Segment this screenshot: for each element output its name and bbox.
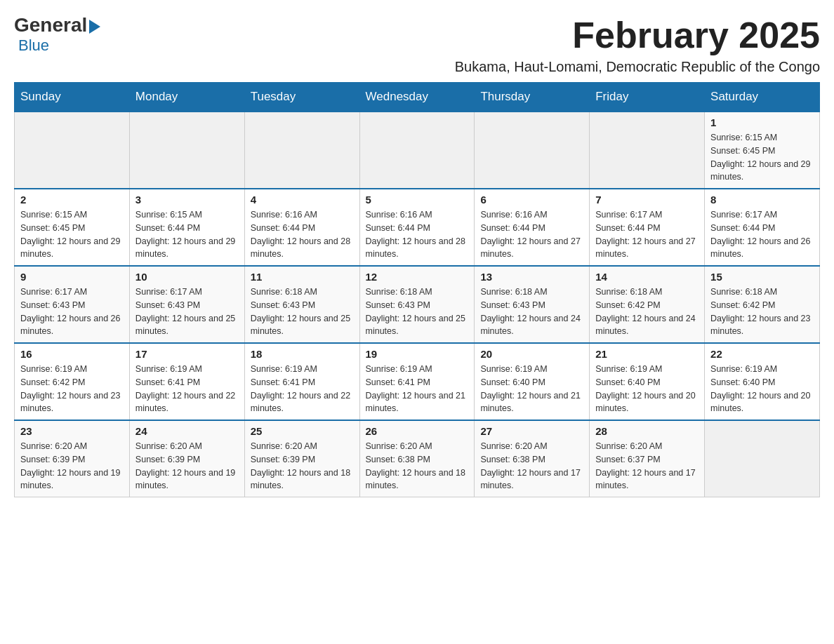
title-section: February 2025 Bukama, Haut-Lomami, Democ… [455,14,820,75]
location-subtitle: Bukama, Haut-Lomami, Democratic Republic… [455,59,820,75]
calendar-cell: 4Sunrise: 6:16 AMSunset: 6:44 PMDaylight… [244,189,359,266]
weekday-header-monday: Monday [129,83,244,112]
calendar-cell: 6Sunrise: 6:16 AMSunset: 6:44 PMDaylight… [475,189,590,266]
day-info: Sunrise: 6:19 AMSunset: 6:41 PMDaylight:… [366,363,469,415]
calendar-cell: 15Sunrise: 6:18 AMSunset: 6:42 PMDayligh… [705,266,820,343]
calendar-cell: 1Sunrise: 6:15 AMSunset: 6:45 PMDaylight… [705,112,820,189]
calendar-cell [129,112,244,189]
day-number: 23 [20,425,124,437]
calendar-cell: 14Sunrise: 6:18 AMSunset: 6:42 PMDayligh… [590,266,705,343]
day-info: Sunrise: 6:16 AMSunset: 6:44 PMDaylight:… [251,208,354,261]
day-info: Sunrise: 6:19 AMSunset: 6:41 PMDaylight:… [251,363,354,415]
calendar-cell: 16Sunrise: 6:19 AMSunset: 6:42 PMDayligh… [15,343,130,420]
calendar-cell: 9Sunrise: 6:17 AMSunset: 6:43 PMDaylight… [15,266,130,343]
day-info: Sunrise: 6:19 AMSunset: 6:41 PMDaylight:… [135,363,239,415]
day-number: 9 [20,271,124,283]
calendar-cell: 20Sunrise: 6:19 AMSunset: 6:40 PMDayligh… [475,343,590,420]
day-info: Sunrise: 6:19 AMSunset: 6:40 PMDaylight:… [595,363,699,415]
calendar-cell: 19Sunrise: 6:19 AMSunset: 6:41 PMDayligh… [359,343,475,420]
day-number: 1 [710,116,814,128]
day-number: 15 [710,271,814,283]
day-info: Sunrise: 6:18 AMSunset: 6:43 PMDaylight:… [251,286,354,338]
weekday-header-row: SundayMondayTuesdayWednesdayThursdayFrid… [15,83,820,112]
day-number: 28 [595,425,699,437]
day-number: 14 [595,271,699,283]
day-number: 21 [595,348,699,360]
day-info: Sunrise: 6:17 AMSunset: 6:43 PMDaylight:… [20,286,124,338]
calendar-table: SundayMondayTuesdayWednesdayThursdayFrid… [14,82,820,497]
calendar-cell: 28Sunrise: 6:20 AMSunset: 6:37 PMDayligh… [590,420,705,497]
calendar-cell [359,112,475,189]
logo: General Blue [14,14,102,55]
day-number: 25 [251,425,354,437]
logo-general-text: General [14,14,87,36]
day-number: 12 [366,271,469,283]
calendar-week-row: 23Sunrise: 6:20 AMSunset: 6:39 PMDayligh… [15,420,820,497]
day-info: Sunrise: 6:17 AMSunset: 6:44 PMDaylight:… [595,208,699,261]
day-info: Sunrise: 6:20 AMSunset: 6:38 PMDaylight:… [366,440,469,492]
day-number: 17 [135,348,239,360]
day-info: Sunrise: 6:15 AMSunset: 6:45 PMDaylight:… [710,131,814,184]
day-info: Sunrise: 6:18 AMSunset: 6:42 PMDaylight:… [595,286,699,338]
day-info: Sunrise: 6:20 AMSunset: 6:39 PMDaylight:… [20,440,124,492]
calendar-cell: 3Sunrise: 6:15 AMSunset: 6:44 PMDaylight… [129,189,244,266]
calendar-cell: 27Sunrise: 6:20 AMSunset: 6:38 PMDayligh… [475,420,590,497]
logo-arrow-icon [89,20,100,34]
calendar-cell [705,420,820,497]
day-number: 27 [480,425,583,437]
calendar-cell: 24Sunrise: 6:20 AMSunset: 6:39 PMDayligh… [129,420,244,497]
page-header: General Blue February 2025 Bukama, Haut-… [14,14,820,75]
weekday-header-tuesday: Tuesday [244,83,359,112]
calendar-cell [475,112,590,189]
day-number: 24 [135,425,239,437]
weekday-header-friday: Friday [590,83,705,112]
day-info: Sunrise: 6:16 AMSunset: 6:44 PMDaylight:… [366,208,469,261]
calendar-cell: 5Sunrise: 6:16 AMSunset: 6:44 PMDaylight… [359,189,475,266]
day-info: Sunrise: 6:19 AMSunset: 6:40 PMDaylight:… [710,363,814,415]
calendar-cell: 25Sunrise: 6:20 AMSunset: 6:39 PMDayligh… [244,420,359,497]
day-info: Sunrise: 6:16 AMSunset: 6:44 PMDaylight:… [480,208,583,261]
calendar-week-row: 1Sunrise: 6:15 AMSunset: 6:45 PMDaylight… [15,112,820,189]
calendar-cell [15,112,130,189]
calendar-cell: 2Sunrise: 6:15 AMSunset: 6:45 PMDaylight… [15,189,130,266]
day-info: Sunrise: 6:20 AMSunset: 6:38 PMDaylight:… [480,440,583,492]
calendar-cell: 13Sunrise: 6:18 AMSunset: 6:43 PMDayligh… [475,266,590,343]
day-number: 6 [480,194,583,206]
calendar-cell: 7Sunrise: 6:17 AMSunset: 6:44 PMDaylight… [590,189,705,266]
day-number: 8 [710,194,814,206]
day-number: 5 [366,194,469,206]
day-number: 11 [251,271,354,283]
calendar-cell [244,112,359,189]
day-number: 3 [135,194,239,206]
day-number: 2 [20,194,124,206]
day-number: 22 [710,348,814,360]
day-info: Sunrise: 6:18 AMSunset: 6:43 PMDaylight:… [480,286,583,338]
calendar-cell: 22Sunrise: 6:19 AMSunset: 6:40 PMDayligh… [705,343,820,420]
day-info: Sunrise: 6:19 AMSunset: 6:42 PMDaylight:… [20,363,124,415]
weekday-header-wednesday: Wednesday [359,83,475,112]
calendar-week-row: 2Sunrise: 6:15 AMSunset: 6:45 PMDaylight… [15,189,820,266]
weekday-header-saturday: Saturday [705,83,820,112]
calendar-cell: 21Sunrise: 6:19 AMSunset: 6:40 PMDayligh… [590,343,705,420]
calendar-cell: 17Sunrise: 6:19 AMSunset: 6:41 PMDayligh… [129,343,244,420]
weekday-header-thursday: Thursday [475,83,590,112]
calendar-cell: 10Sunrise: 6:17 AMSunset: 6:43 PMDayligh… [129,266,244,343]
day-info: Sunrise: 6:20 AMSunset: 6:37 PMDaylight:… [595,440,699,492]
day-info: Sunrise: 6:19 AMSunset: 6:40 PMDaylight:… [480,363,583,415]
weekday-header-sunday: Sunday [15,83,130,112]
day-number: 20 [480,348,583,360]
calendar-week-row: 16Sunrise: 6:19 AMSunset: 6:42 PMDayligh… [15,343,820,420]
calendar-cell: 26Sunrise: 6:20 AMSunset: 6:38 PMDayligh… [359,420,475,497]
calendar-cell: 23Sunrise: 6:20 AMSunset: 6:39 PMDayligh… [15,420,130,497]
day-info: Sunrise: 6:18 AMSunset: 6:42 PMDaylight:… [710,286,814,338]
calendar-week-row: 9Sunrise: 6:17 AMSunset: 6:43 PMDaylight… [15,266,820,343]
day-number: 10 [135,271,239,283]
logo-blue-text: Blue [17,36,49,54]
calendar-cell [590,112,705,189]
calendar-cell: 18Sunrise: 6:19 AMSunset: 6:41 PMDayligh… [244,343,359,420]
day-number: 26 [366,425,469,437]
calendar-body: 1Sunrise: 6:15 AMSunset: 6:45 PMDaylight… [15,112,820,497]
calendar-cell: 11Sunrise: 6:18 AMSunset: 6:43 PMDayligh… [244,266,359,343]
day-info: Sunrise: 6:20 AMSunset: 6:39 PMDaylight:… [251,440,354,492]
day-info: Sunrise: 6:18 AMSunset: 6:43 PMDaylight:… [366,286,469,338]
